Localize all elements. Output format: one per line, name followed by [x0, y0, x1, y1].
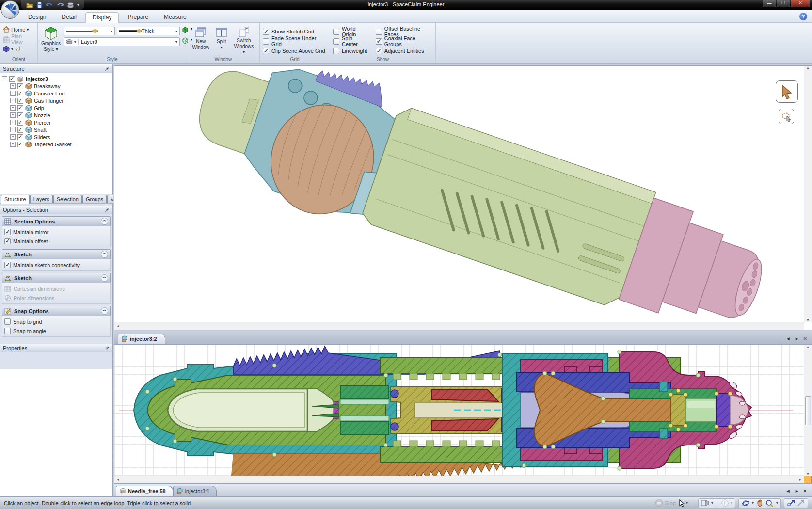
viewport2d-vscrollbar[interactable]: ▲▼	[804, 345, 812, 476]
model-3d-canvas[interactable]	[114, 66, 804, 322]
tab-display[interactable]: Display	[85, 12, 119, 23]
collapse-chevron-icon[interactable]: ︽	[101, 307, 108, 315]
line-color-combo[interactable]: ▾	[64, 27, 115, 35]
tree-item-piercer[interactable]: + Piercer	[10, 119, 112, 126]
previous-view-icon[interactable]	[797, 499, 805, 507]
undo-icon[interactable]	[46, 2, 53, 8]
snap-to-grid-checkbox[interactable]: Snap to grid	[4, 317, 108, 326]
tab-scroll-left-icon[interactable]: ◄	[786, 488, 791, 493]
split-button[interactable]: Split ▾	[211, 25, 231, 56]
view-tab-injector3-2[interactable]: injector3:2	[118, 334, 165, 344]
show-sketch-grid-checkbox[interactable]: Show Sketch Grid	[263, 27, 327, 36]
close-button[interactable]: ✕	[791, 0, 810, 7]
save-icon[interactable]	[36, 2, 43, 8]
isometric-cube-icon[interactable]	[3, 46, 10, 52]
graphics-style-button[interactable]: Graphics Style ▾	[41, 25, 61, 56]
expand-icon[interactable]: +	[10, 127, 16, 132]
zoom-icon[interactable]	[765, 499, 774, 507]
collapse-chevron-icon[interactable]: ︽	[101, 251, 108, 258]
pointer-tool-button[interactable]: ▾	[679, 499, 688, 507]
polar-dimensions-option[interactable]: Polar dimensions	[4, 293, 108, 302]
pin-icon[interactable]: 📌︎	[104, 207, 110, 213]
line-weight-combo[interactable]: Thick▾	[117, 27, 180, 35]
view-face-icon[interactable]	[15, 46, 21, 52]
clip-scene-above-grid-checkbox[interactable]: Clip Scene Above Grid	[263, 46, 327, 56]
viewport-3d[interactable]: ▲▼ ◄	[114, 65, 812, 330]
doc-tab-injector3-1[interactable]: injector3:1	[173, 486, 217, 496]
panel-tab-groups[interactable]: Groups	[82, 195, 107, 203]
adjacent-entities-checkbox[interactable]: Adjacent Entities	[376, 46, 432, 56]
stop-button[interactable]: Stop	[655, 499, 676, 507]
orient-dropdown-icon[interactable]: ▾	[11, 47, 13, 51]
expand-icon[interactable]: +	[10, 91, 16, 96]
spin-center-checkbox[interactable]: Spin Center	[333, 36, 369, 46]
tree-item-sliders[interactable]: + Sliders	[10, 133, 112, 141]
close-document-icon[interactable]: ✕	[803, 488, 807, 493]
spin-dropdown-icon[interactable]: ▾	[752, 501, 754, 505]
viewport2d-hscrollbar[interactable]: ◄►	[114, 476, 804, 483]
home-button[interactable]: Home▾	[3, 25, 34, 34]
coaxial-face-groups-checkbox[interactable]: Coaxial Face Groups	[376, 36, 432, 46]
checkbox[interactable]	[263, 38, 269, 45]
panel-tab-layers[interactable]: Layers	[30, 195, 53, 203]
close-view-icon[interactable]: ✕	[803, 336, 807, 341]
world-origin-checkbox[interactable]: World Origin	[333, 27, 369, 36]
expand-icon[interactable]: +	[10, 120, 16, 125]
tab-measure[interactable]: Measure	[157, 12, 193, 23]
maintain-offset-checkbox[interactable]: Maintain offset	[4, 237, 108, 246]
expand-icon[interactable]: +	[10, 134, 16, 140]
visibility-checkbox[interactable]	[17, 127, 23, 133]
section-canvas[interactable]	[114, 345, 804, 476]
snap-to-angle-checkbox[interactable]: Snap to angle	[4, 326, 108, 335]
qat-overflow-icon[interactable]: ▾	[77, 3, 79, 7]
app-logo-button[interactable]	[1, 0, 19, 19]
expand-icon[interactable]: +	[10, 83, 16, 89]
doc-tab-needle-free[interactable]: Needle_free.58	[116, 486, 173, 496]
tab-prepare[interactable]: Prepare	[121, 12, 155, 23]
info-dropdown-icon[interactable]: ▾	[731, 501, 732, 505]
sketch-header[interactable]: XX Sketch ︽	[2, 273, 111, 283]
panel-tab-selection[interactable]: Selection	[53, 195, 82, 203]
collapse-chevron-icon[interactable]: ︽	[101, 218, 108, 225]
tree-item-breakaway[interactable]: + Breakaway	[10, 82, 112, 90]
layers-icon[interactable]	[67, 2, 74, 8]
tree-item-canister-end[interactable]: + Canister End	[10, 90, 112, 97]
zoom-extents-icon[interactable]	[787, 499, 795, 507]
visibility-checkbox[interactable]	[17, 105, 23, 111]
info-icon[interactable]: i	[721, 499, 729, 507]
plan-view-button[interactable]: Plan View	[3, 34, 34, 44]
open-icon[interactable]	[26, 2, 33, 8]
section-dropdown-icon[interactable]: ▾	[711, 501, 713, 505]
expand-icon[interactable]: +	[10, 105, 16, 111]
layer-combo[interactable]: ▾ Layer0 ▾	[64, 37, 180, 46]
switch-windows-button[interactable]: Switch Windows ▾	[231, 25, 256, 56]
visibility-checkbox[interactable]	[9, 76, 15, 82]
visibility-checkbox[interactable]	[17, 142, 23, 147]
section-options-header[interactable]: Section Options ︽	[2, 216, 111, 226]
tree-root-injector3[interactable]: − injector3	[2, 75, 112, 82]
tab-detail[interactable]: Detail	[55, 12, 83, 23]
tab-scroll-right-icon[interactable]: ►	[795, 488, 799, 493]
tree-item-nozzle[interactable]: + Nozzle	[10, 111, 112, 119]
spin-orbit-icon[interactable]	[741, 499, 750, 507]
lineweight-checkbox[interactable]: Lineweight	[333, 46, 369, 56]
visibility-checkbox[interactable]	[17, 98, 23, 104]
visibility-checkbox[interactable]	[17, 120, 23, 126]
section-view-icon[interactable]	[701, 499, 709, 507]
snap-options-header[interactable]: Snap Options ︽	[2, 306, 111, 316]
resize-grip[interactable]	[804, 476, 812, 483]
fade-scene-under-grid-checkbox[interactable]: Fade Scene Under Grid	[263, 36, 327, 46]
sketch-header[interactable]: XX Sketch ︽	[2, 249, 111, 259]
expand-icon[interactable]: +	[10, 142, 16, 147]
minimize-button[interactable]: ▬	[763, 0, 776, 7]
checkbox[interactable]	[263, 48, 269, 54]
select-tool-button[interactable]	[776, 80, 798, 103]
new-window-button[interactable]: New Window	[190, 25, 211, 56]
tree-item-tapered-gasket[interactable]: + Tapered Gasket	[10, 141, 112, 148]
visibility-checkbox[interactable]	[17, 134, 23, 140]
tab-scroll-right-icon[interactable]: ►	[795, 336, 799, 341]
tree-item-gas-plunger[interactable]: + Gas Plunger	[10, 97, 112, 104]
tab-scroll-left-icon[interactable]: ◄	[786, 336, 791, 341]
lasso-select-button[interactable]	[779, 109, 794, 124]
pan-hand-icon[interactable]	[756, 499, 764, 507]
